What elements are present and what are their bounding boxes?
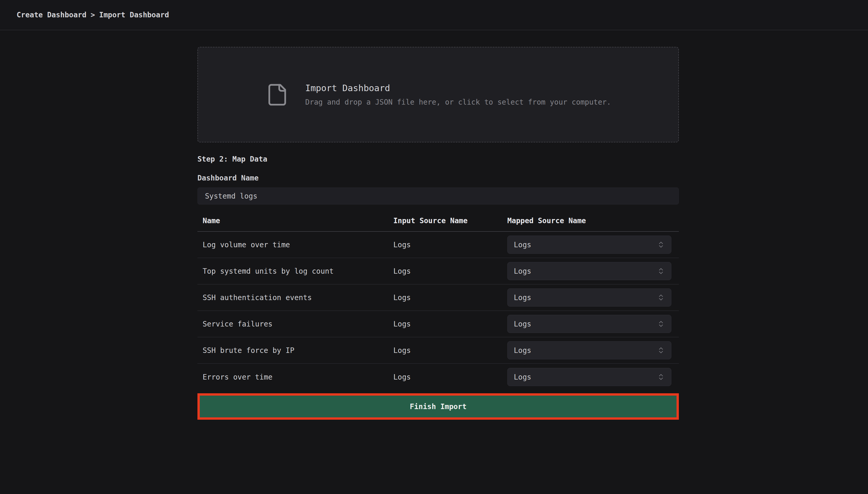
breadcrumb: Create Dashboard > Import Dashboard <box>17 11 169 19</box>
row-name: SSH authentication events <box>203 293 393 302</box>
chevrons-up-down-icon <box>657 320 665 328</box>
mapped-source-select[interactable]: Logs <box>507 235 671 254</box>
dashboard-name-label: Dashboard Name <box>198 174 679 182</box>
dropzone-text: Import Dashboard Drag and drop a JSON fi… <box>305 83 611 107</box>
dropzone-content: Import Dashboard Drag and drop a JSON fi… <box>265 83 611 107</box>
select-value: Logs <box>514 320 531 328</box>
table-row: Service failures Logs Logs <box>198 311 679 337</box>
top-bar: Create Dashboard > Import Dashboard <box>0 0 868 30</box>
select-value: Logs <box>514 293 531 302</box>
chevrons-up-down-icon <box>657 293 665 301</box>
chevrons-up-down-icon <box>657 267 665 275</box>
mapped-source-select[interactable]: Logs <box>507 315 671 333</box>
dropzone-title: Import Dashboard <box>305 83 611 93</box>
table-row: SSH brute force by IP Logs Logs <box>198 337 679 364</box>
row-input-source: Logs <box>393 320 507 328</box>
column-header-name: Name <box>203 216 393 225</box>
row-name: Errors over time <box>203 373 393 381</box>
table-header-row: Name Input Source Name Mapped Source Nam… <box>198 216 679 232</box>
dashboard-name-input[interactable] <box>198 187 679 205</box>
breadcrumb-create-dashboard[interactable]: Create Dashboard <box>17 11 87 19</box>
file-icon <box>265 83 289 107</box>
row-name: Log volume over time <box>203 241 393 249</box>
chevrons-up-down-icon <box>657 346 665 354</box>
select-value: Logs <box>514 241 531 249</box>
row-input-source: Logs <box>393 267 507 276</box>
table-row: Top systemd units by log count Logs Logs <box>198 258 679 285</box>
dropzone-subtitle: Drag and drop a JSON file here, or click… <box>305 98 611 107</box>
chevrons-up-down-icon <box>657 241 665 249</box>
table-row: Log volume over time Logs Logs <box>198 232 679 258</box>
mapped-source-select[interactable]: Logs <box>507 262 671 280</box>
import-dashboard-page: Import Dashboard Drag and drop a JSON fi… <box>198 30 679 420</box>
mapped-source-select[interactable]: Logs <box>507 341 671 359</box>
row-input-source: Logs <box>393 293 507 302</box>
column-header-mapped-source: Mapped Source Name <box>507 216 674 225</box>
row-name: SSH brute force by IP <box>203 346 393 355</box>
table-row: Errors over time Logs Logs <box>198 364 679 390</box>
select-value: Logs <box>514 346 531 355</box>
breadcrumb-import-dashboard: Import Dashboard <box>99 11 169 19</box>
row-name: Top systemd units by log count <box>203 267 393 276</box>
row-input-source: Logs <box>393 241 507 249</box>
breadcrumb-separator: > <box>91 11 95 19</box>
chevrons-up-down-icon <box>657 373 665 381</box>
step-heading: Step 2: Map Data <box>198 155 679 164</box>
row-input-source: Logs <box>393 373 507 381</box>
table-row: SSH authentication events Logs Logs <box>198 285 679 311</box>
source-mapping-table: Name Input Source Name Mapped Source Nam… <box>198 216 679 390</box>
select-value: Logs <box>514 267 531 276</box>
row-input-source: Logs <box>393 346 507 355</box>
select-value: Logs <box>514 373 531 381</box>
row-name: Service failures <box>203 320 393 328</box>
mapped-source-select[interactable]: Logs <box>507 288 671 307</box>
column-header-input-source: Input Source Name <box>393 216 507 225</box>
mapped-source-select[interactable]: Logs <box>507 368 671 386</box>
finish-import-button[interactable]: Finish Import <box>200 396 677 417</box>
annotation-highlight: Finish Import <box>198 393 679 420</box>
json-dropzone[interactable]: Import Dashboard Drag and drop a JSON fi… <box>198 47 679 142</box>
